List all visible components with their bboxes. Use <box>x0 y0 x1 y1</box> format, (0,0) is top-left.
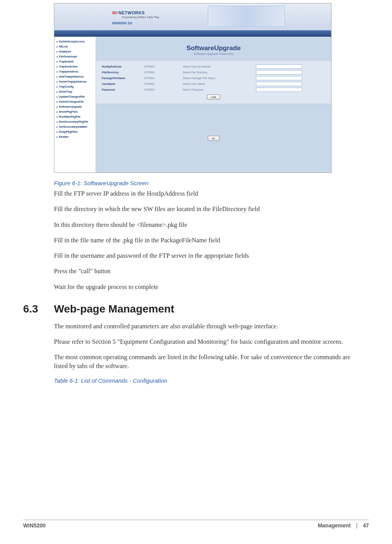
password-input[interactable] <box>256 88 302 92</box>
field-name: HostIpAddress <box>102 65 144 68</box>
brand-tagline: Empowering WiMax Triple Play <box>122 16 159 19</box>
field-help: Select Host Ip Address <box>183 65 256 68</box>
sidebar-item[interactable]: Restart <box>54 134 96 139</box>
instruction-p3: In this directory there should be <filen… <box>54 221 353 229</box>
sidebar-item[interactable]: FileDownload <box>54 54 96 59</box>
sidebar-item[interactable]: SwapPkgFiles <box>54 129 96 134</box>
sidebar-nav: DeleteSnmpAccess NbList Hotplpsd FileDow… <box>54 37 96 172</box>
form-row-hostip: HostIpAddress STRING Select Host Ip Addr… <box>102 64 325 69</box>
table-caption: Table 6-1: List of Commands - Configurat… <box>54 377 369 384</box>
field-name: FileDirectory <box>102 71 144 74</box>
sidebar-item[interactable]: SoftwareUpgrade <box>54 104 96 109</box>
hero-image <box>208 6 285 27</box>
field-help: Select Package File Name <box>183 76 256 80</box>
footer-left: WiN5200 <box>23 522 45 529</box>
logo-w-glyph: Wi <box>112 10 118 15</box>
main-panel: SoftwareUpgrade Software Upgrade Paramet… <box>96 37 331 172</box>
call-button[interactable]: Call <box>207 95 220 100</box>
sidebar-item[interactable]: RunSecondaryPkgFile <box>54 119 96 124</box>
form-row-username: UserName STRING Select User Name <box>102 81 325 87</box>
sidebar-item[interactable]: ShowTrap <box>54 89 96 94</box>
field-name: UserName <box>102 82 144 86</box>
brand-logo: WiNETWORKS <box>112 10 145 15</box>
instruction-p7: Wait for the upgrade process to complete <box>54 283 353 291</box>
app-header: WiNETWORKS Empowering WiMax Triple Play … <box>54 3 331 30</box>
panel-title: SoftwareUpgrade <box>96 44 331 52</box>
field-help: Select User Name <box>183 82 256 86</box>
instruction-p1: Fill the FTP server IP address in the Ho… <box>54 189 353 198</box>
footer-section-label: Management <box>318 522 351 529</box>
field-type: STRING <box>144 76 183 80</box>
field-type: STRING <box>144 71 183 74</box>
section-number: 6.3 <box>23 303 54 315</box>
sidebar-item[interactable]: TrapConfig <box>54 84 96 89</box>
form-row-password: Password STRING Select Password <box>102 87 325 93</box>
ex-button[interactable]: ex <box>208 136 219 141</box>
app-body: DeleteSnmpAccess NbList Hotplpsd FileDow… <box>54 37 331 172</box>
field-name: Password <box>102 88 144 91</box>
panel-subtitle: Software Upgrade Parametrs <box>96 52 331 56</box>
sidebar-item[interactable]: AddTrapIpAddress <box>54 74 96 79</box>
sidebar-item[interactable]: ShowPkgFiles <box>54 109 96 114</box>
instruction-p5: Fill in the username and password of the… <box>54 252 353 260</box>
field-type: STRING <box>144 65 183 68</box>
instruction-p6: Press the "call" button <box>54 267 353 275</box>
section-heading: 6.3 Web-page Management <box>23 303 369 315</box>
sidebar-item[interactable]: UpdateChangesFile <box>54 94 96 99</box>
username-input[interactable] <box>256 82 302 86</box>
sidebar-item[interactable]: DeleteChangesFile <box>54 99 96 104</box>
section-p2: Please refer to Section 5 "Equipment Con… <box>54 338 353 346</box>
device-label: WIN5000 SS <box>112 21 132 25</box>
section-title: Web-page Management <box>54 303 174 315</box>
form-row-pkgfile: PackageFileName STRING Select Package Fi… <box>102 75 325 81</box>
form-area: HostIpAddress STRING Select Host Ip Addr… <box>96 60 331 104</box>
sidebar-item[interactable]: TrapEnable <box>54 59 96 64</box>
footer-separator: | <box>356 522 358 529</box>
figure-caption: Figure 6-1: SoftwareUpgrade Screen <box>54 180 369 186</box>
sidebar-item[interactable]: Hotplpsd <box>54 49 96 54</box>
section-p3: The most common operating commands are l… <box>54 353 353 370</box>
page-footer: WiN5200 Management | 47 <box>23 520 369 529</box>
sidebar-item[interactable]: RunMainPkgFile <box>54 114 96 119</box>
instruction-p2: Fill the directory in which the new SW f… <box>54 205 353 213</box>
sidebar-item[interactable]: TrapGetActive <box>54 64 96 69</box>
pkgfile-input[interactable] <box>256 76 302 80</box>
instruction-p4: Fill in the file name of the .pkg file i… <box>54 236 353 245</box>
section-p1: The monitored and controlled parameters … <box>54 322 353 331</box>
field-name: PackageFileName <box>102 76 144 80</box>
brand-text: NETWORKS <box>118 10 145 15</box>
footer-right: Management | 47 <box>318 522 369 529</box>
field-type: STRING <box>144 88 183 91</box>
sidebar-item[interactable]: SetSecondaryAsMain <box>54 124 96 129</box>
hostip-input[interactable] <box>256 64 302 69</box>
footer-page-number: 47 <box>363 522 369 529</box>
sidebar-item[interactable]: TrapIpAddress <box>54 69 96 74</box>
filedir-input[interactable] <box>256 70 302 74</box>
software-upgrade-screenshot: WiNETWORKS Empowering WiMax Triple Play … <box>54 3 331 173</box>
app-tab-strip[interactable] <box>54 30 331 37</box>
form-row-filedir: FileDirectory STRING Select File Directo… <box>102 69 325 75</box>
sidebar-item[interactable]: DeleteTrapIpAddress <box>54 79 96 84</box>
field-type: STRING <box>144 82 183 86</box>
sidebar-item[interactable]: NbList <box>54 44 96 49</box>
sidebar-item[interactable]: DeleteSnmpAccess <box>54 39 96 44</box>
field-help: Select Password <box>183 88 256 91</box>
field-help: Select File Directory <box>183 71 256 74</box>
